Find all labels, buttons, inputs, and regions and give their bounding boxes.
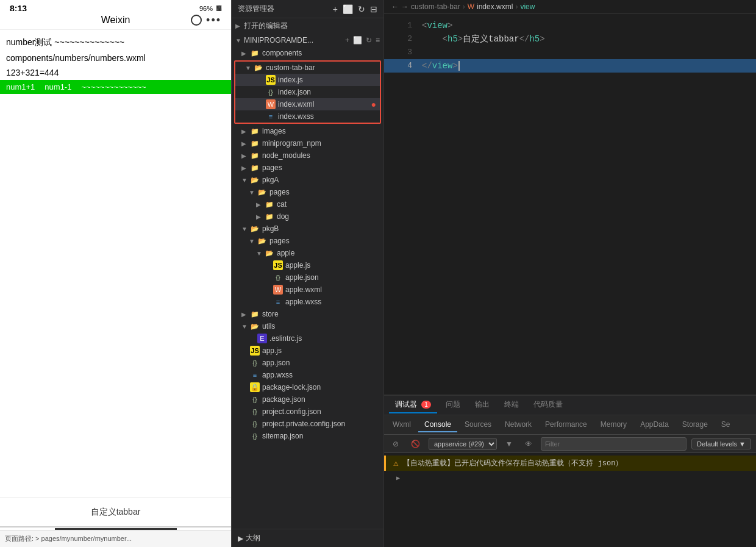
file-apple-js[interactable]: JS apple.js (232, 259, 383, 271)
folder-components[interactable]: ▶ 📁 components (232, 47, 383, 59)
file-project-config[interactable]: {} project.config.json (232, 406, 383, 418)
refresh-mini-icon[interactable]: ↻ (366, 36, 372, 45)
dropdown-btn[interactable]: ▼ (502, 438, 516, 449)
right-panel: ← → custom-tab-bar › W index.wxml › view… (384, 0, 756, 547)
folder-pages[interactable]: ▶ 📁 pages (232, 162, 383, 174)
stop-btn[interactable]: ⊘ (389, 438, 402, 449)
file-index-wxml[interactable]: W index.wxml ● (235, 98, 380, 110)
expand-arrow[interactable]: ▶ (396, 474, 400, 482)
file-package-json[interactable]: {} package.json (232, 393, 383, 406)
debugger-label: 调试器 (395, 400, 417, 409)
folder-apple[interactable]: ▼ 📂 apple (232, 247, 383, 259)
folder-pkgb[interactable]: ▼ 📂 pkgB (232, 223, 383, 235)
folder-cat[interactable]: ▶ 📁 cat (232, 198, 383, 210)
bottom-path: 页面路径: > pages/mynumber/mynumber... (5, 534, 132, 543)
devtools-tab-sources[interactable]: Sources (458, 418, 497, 432)
new-file-icon[interactable]: ⬜ (353, 36, 362, 45)
devtools-tab-network[interactable]: Network (499, 418, 538, 432)
file-eslintrc[interactable]: E .eslintrc.js (232, 332, 383, 345)
outline-label: 大纲 (246, 533, 260, 543)
more-dots[interactable]: ••• (206, 14, 221, 27)
folder-icon: 📁 (250, 48, 260, 58)
tab-debugger[interactable]: 调试器 1 (389, 397, 437, 413)
tab-terminal[interactable]: 终端 (498, 397, 525, 413)
file-app-js[interactable]: JS app.js (232, 345, 383, 357)
devtools-tab-console[interactable]: Console (418, 418, 457, 432)
file-index-js[interactable]: JS index.js (235, 74, 380, 86)
miniprogram-header[interactable]: ▼ MINIPROGRAMDE... + ⬜ ↻ ≡ (232, 34, 383, 47)
lock-icon: 🔒 (250, 382, 260, 392)
file-explorer-footer[interactable]: ▶ 大纲 (232, 529, 383, 547)
levels-button[interactable]: Default levels ▼ (691, 438, 751, 449)
file-apple-json[interactable]: {} apple.json (232, 271, 383, 284)
devtools-toolbar: ⊘ 🚫 appservice (#29) ▼ 👁 Default levels … (384, 435, 756, 453)
folder-utils[interactable]: ▼ 📂 utils (232, 320, 383, 332)
file-apple-wxss[interactable]: ≡ apple.wxss (232, 296, 383, 308)
code-line-2: 2 <h5>自定义tabbar</h5> (384, 32, 756, 46)
folder-dog[interactable]: ▶ 📁 dog (232, 210, 383, 223)
images-folder-icon: 📁 (250, 126, 260, 136)
editor-breadcrumb: ← → custom-tab-bar › W index.wxml › view (384, 0, 756, 14)
console-expand-line: ▶ (384, 471, 756, 484)
eslintrc-label: .eslintrc.js (269, 334, 302, 343)
miniprogram-label: MINIPROGRAMDE... (244, 36, 313, 45)
devtools-tab-performance[interactable]: Performance (539, 418, 593, 432)
index-js-label: index.js (278, 76, 303, 84)
file-app-json[interactable]: {} app.json (232, 357, 383, 369)
node-modules-icon: 📁 (250, 151, 260, 160)
file-project-private[interactable]: {} project.private.config.json (232, 418, 383, 430)
explorer-icons: + ⬜ ↻ ⊟ (333, 4, 377, 14)
folder-pkga[interactable]: ▼ 📂 pkgA (232, 174, 383, 186)
code-line-1: 1 <view> (384, 19, 756, 32)
refresh-icon[interactable]: ↻ (358, 4, 365, 14)
devtools-tab-appdata[interactable]: AppData (634, 418, 675, 432)
back-icon[interactable]: ← (391, 2, 399, 11)
devtools-tab-wxml[interactable]: Wxml (387, 418, 417, 432)
folder-miniprogram-npm[interactable]: ▶ 📁 miniprogram_npm (232, 137, 383, 149)
folder-store[interactable]: ▶ 📁 store (232, 308, 383, 320)
warning-icon: ⚠ (393, 458, 398, 468)
record-button[interactable] (191, 15, 202, 26)
file-package-lock[interactable]: 🔒 package-lock.json (232, 381, 383, 393)
node-modules-label: node_modules (262, 151, 310, 160)
forward-icon[interactable]: → (401, 2, 408, 11)
tab-issues[interactable]: 问题 (440, 397, 466, 413)
num-btn2[interactable]: num1-1 (45, 82, 71, 91)
open-editor-header[interactable]: ▶ 打开的编辑器 (232, 18, 383, 34)
add-file-icon[interactable]: + (333, 4, 338, 14)
app-wxss-icon: ≡ (250, 370, 260, 380)
file-app-wxss[interactable]: ≡ app.wxss (232, 369, 383, 381)
devtools-tab-storage[interactable]: Storage (676, 418, 714, 432)
sources-tab-label: Sources (465, 420, 491, 429)
num-btn1[interactable]: num1+1 (6, 82, 35, 91)
phone-bottom-bar: 页面路径: > pages/mynumber/mynumber... (0, 530, 231, 547)
menu-icon[interactable]: ≡ (376, 36, 380, 45)
filter-input[interactable] (541, 437, 686, 451)
devtools-tab-memory[interactable]: Memory (594, 418, 633, 432)
pkga-icon: 📂 (250, 175, 260, 185)
phone-panel: 8:13 96% ▓ Weixin ••• number测试 ~~~~~~~~~… (0, 0, 232, 547)
eye-btn[interactable]: 👁 (521, 438, 536, 449)
folder-pkga-pages[interactable]: ▼ 📂 pages (232, 186, 383, 198)
folder-node-modules[interactable]: ▶ 📁 node_modules (232, 149, 383, 162)
file-index-json[interactable]: {} index.json (235, 86, 380, 98)
collapse-icon[interactable]: ⊟ (370, 4, 377, 14)
folder-images[interactable]: ▶ 📁 images (232, 125, 383, 137)
tab-quality[interactable]: 代码质量 (527, 397, 569, 413)
add-icon[interactable]: + (345, 36, 349, 45)
add-folder-icon[interactable]: ⬜ (343, 4, 353, 14)
folder-custom-tab-bar[interactable]: ▼ 📂 custom-tab-bar (235, 62, 380, 74)
service-select[interactable]: appservice (#29) (429, 438, 497, 450)
file-apple-wxml[interactable]: W apple.wxml (232, 284, 383, 296)
dog-label: dog (277, 212, 289, 221)
devtools-tab-se[interactable]: Se (715, 418, 736, 432)
wxml-icon: W (266, 99, 276, 109)
tab-output[interactable]: 输出 (469, 397, 496, 413)
file-index-wxss[interactable]: ≡ index.wxss (235, 110, 380, 123)
cursor (458, 61, 460, 71)
file-sitemap[interactable]: {} sitemap.json (232, 430, 383, 442)
pkga-pages-icon: 📂 (257, 187, 267, 197)
open-editor-arrow: ▶ (235, 23, 244, 29)
clear-btn[interactable]: 🚫 (407, 438, 424, 449)
folder-pkgb-pages[interactable]: ▼ 📂 pages (232, 235, 383, 247)
